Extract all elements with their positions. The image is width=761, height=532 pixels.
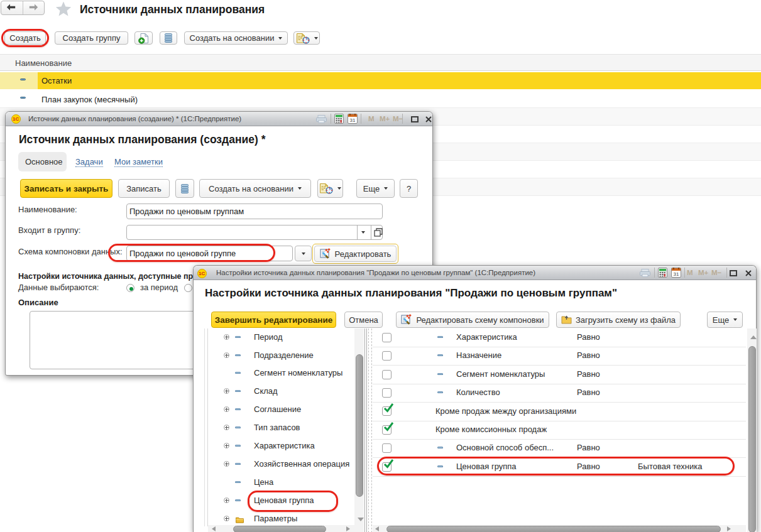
svg-text:31: 31 [350, 117, 356, 123]
svg-text:31: 31 [674, 271, 679, 277]
